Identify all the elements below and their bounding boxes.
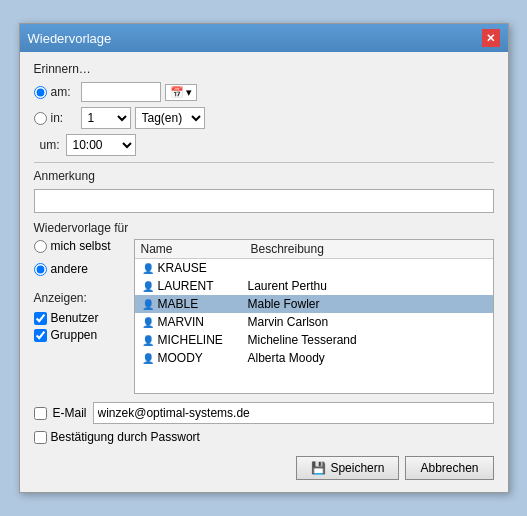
cell-desc: Laurent Perthu xyxy=(248,279,487,293)
cell-name: 👤 MABLE xyxy=(141,297,248,311)
close-button[interactable]: ✕ xyxy=(482,29,500,47)
user-icon: 👤 xyxy=(141,261,155,275)
date-input[interactable]: 16.06.2014 xyxy=(81,82,161,102)
andere-radio-label[interactable]: andere xyxy=(34,262,124,276)
bestaetigung-row: Bestätigung durch Passwort xyxy=(34,430,494,444)
table-row[interactable]: 👤 LAURENT Laurent Perthu xyxy=(135,277,493,295)
separator-1 xyxy=(34,162,494,163)
email-section: E-Mail winzek@optimal-systems.de xyxy=(34,402,494,424)
cell-desc: Alberta Moody xyxy=(248,351,487,365)
table-row[interactable]: 👤 MICHELINE Micheline Tesserand xyxy=(135,331,493,349)
email-input[interactable]: winzek@optimal-systems.de xyxy=(93,402,494,424)
user-icon: 👤 xyxy=(141,279,155,293)
am-label: am: xyxy=(51,85,81,99)
wiedervorlage-fuer-section: Wiedervorlage für mich selbst andere Anz… xyxy=(34,221,494,394)
table-row[interactable]: 👤 KRAUSE xyxy=(135,259,493,277)
andere-label: andere xyxy=(51,262,88,276)
user-icon: 👤 xyxy=(141,351,155,365)
in-label: in: xyxy=(51,111,81,125)
table-body[interactable]: 👤 KRAUSE 👤 LAURENT Laurent Perthu 👤 MABL… xyxy=(135,259,493,393)
save-button[interactable]: 💾 Speichern xyxy=(296,456,399,480)
in-number-select[interactable]: 12357 xyxy=(81,107,131,129)
um-row: um: 10:0009:0011:0012:00 xyxy=(34,134,494,156)
am-row: am: 16.06.2014 📅 ▾ xyxy=(34,82,494,102)
andere-radio[interactable] xyxy=(34,263,47,276)
email-label: E-Mail xyxy=(53,406,87,420)
col-name-header: Name xyxy=(141,242,251,256)
cancel-label: Abbrechen xyxy=(420,461,478,475)
date-row: 16.06.2014 📅 ▾ xyxy=(81,82,197,102)
bestaetigung-checkbox[interactable] xyxy=(34,431,47,444)
col-desc-header: Beschreibung xyxy=(251,242,487,256)
email-checkbox[interactable] xyxy=(34,407,47,420)
gruppen-checkbox[interactable] xyxy=(34,329,47,342)
mich-selbst-radio-label[interactable]: mich selbst xyxy=(34,239,124,253)
dialog-body: Erinnern… am: 16.06.2014 📅 ▾ in: 12357 xyxy=(20,52,508,492)
wf-right: Name Beschreibung 👤 KRAUSE 👤 LAURENT Lau… xyxy=(134,239,494,394)
wf-inner: mich selbst andere Anzeigen: Benutzer xyxy=(34,239,494,394)
tag-select[interactable]: Tag(en)Woche(n)Monat(e) xyxy=(135,107,205,129)
gruppen-label: Gruppen xyxy=(51,328,98,342)
time-select[interactable]: 10:0009:0011:0012:00 xyxy=(66,134,136,156)
anzeigen-label: Anzeigen: xyxy=(34,291,124,305)
save-label: Speichern xyxy=(330,461,384,475)
wf-left: mich selbst andere Anzeigen: Benutzer xyxy=(34,239,124,394)
mich-selbst-radio[interactable] xyxy=(34,240,47,253)
user-icon: 👤 xyxy=(141,297,155,311)
cell-desc: Micheline Tesserand xyxy=(248,333,487,347)
mich-selbst-label: mich selbst xyxy=(51,239,111,253)
table-row[interactable]: 👤 MABLE Mable Fowler xyxy=(135,295,493,313)
benutzer-checkbox[interactable] xyxy=(34,312,47,325)
in-radio-label[interactable]: in: xyxy=(34,111,81,125)
in-radio[interactable] xyxy=(34,112,47,125)
cell-name: 👤 MICHELINE xyxy=(141,333,248,347)
benutzer-row: Benutzer xyxy=(34,311,124,325)
cell-desc: Mable Fowler xyxy=(248,297,487,311)
calendar-arrow: ▾ xyxy=(186,86,192,99)
table-row[interactable]: 👤 MARVIN Marvin Carlson xyxy=(135,313,493,331)
user-table: Name Beschreibung 👤 KRAUSE 👤 LAURENT Lau… xyxy=(134,239,494,394)
anmerkung-section: Anmerkung xyxy=(34,169,494,213)
cell-name: 👤 MOODY xyxy=(141,351,248,365)
calendar-icon: 📅 xyxy=(170,86,184,99)
in-row: in: 12357 Tag(en)Woche(n)Monat(e) xyxy=(34,107,494,129)
user-icon: 👤 xyxy=(141,333,155,347)
am-radio-label[interactable]: am: xyxy=(34,85,81,99)
anmerkung-input[interactable] xyxy=(34,189,494,213)
bestaetigung-label: Bestätigung durch Passwort xyxy=(51,430,200,444)
dialog-title: Wiedervorlage xyxy=(28,31,112,46)
cell-name: 👤 KRAUSE xyxy=(141,261,248,275)
button-row: 💾 Speichern Abbrechen xyxy=(34,456,494,480)
dialog: Wiedervorlage ✕ Erinnern… am: 16.06.2014… xyxy=(19,23,509,493)
cell-name: 👤 MARVIN xyxy=(141,315,248,329)
cancel-button[interactable]: Abbrechen xyxy=(405,456,493,480)
anzeigen-section: Anzeigen: Benutzer Gruppen xyxy=(34,291,124,345)
anmerkung-label: Anmerkung xyxy=(34,169,494,183)
calendar-button[interactable]: 📅 ▾ xyxy=(165,84,197,101)
benutzer-label: Benutzer xyxy=(51,311,99,325)
am-radio[interactable] xyxy=(34,86,47,99)
um-label: um: xyxy=(40,138,66,152)
table-row[interactable]: 👤 MOODY Alberta Moody xyxy=(135,349,493,367)
gruppen-row: Gruppen xyxy=(34,328,124,342)
table-header: Name Beschreibung xyxy=(135,240,493,259)
title-bar: Wiedervorlage ✕ xyxy=(20,24,508,52)
erinnern-label: Erinnern… xyxy=(34,62,494,76)
save-icon: 💾 xyxy=(311,461,326,475)
wiedervorlage-fuer-label: Wiedervorlage für xyxy=(34,221,494,235)
cell-name: 👤 LAURENT xyxy=(141,279,248,293)
cell-desc: Marvin Carlson xyxy=(248,315,487,329)
user-icon: 👤 xyxy=(141,315,155,329)
